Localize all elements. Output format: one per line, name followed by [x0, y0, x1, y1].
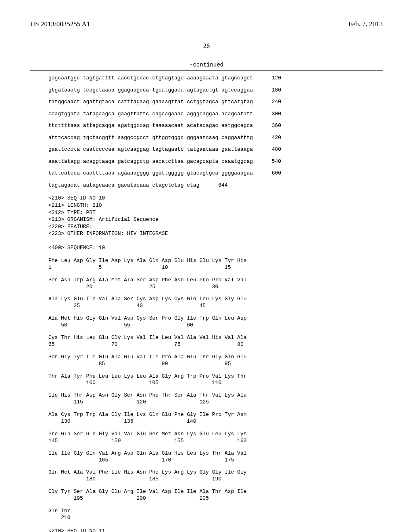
dna-position-number: 300: [261, 110, 281, 118]
protein-row: Ile Ile Gly Gln Val Arg Asp Gln Ala Glu …: [48, 450, 383, 464]
page-header: US 2013/0035255 A1 Feb. 7, 2013: [30, 20, 383, 28]
dna-sequence-text: tattcatcca caattttaaa agaaaagggg ggattgg…: [48, 170, 253, 177]
protein-position-line: 145 150 155 160: [48, 438, 383, 445]
dna-sequence-text: gaattcccta caatccccaa agtcaaggag tagtaga…: [48, 146, 253, 153]
dna-line: gagcaatggc tagtgatttt aacctgccac ctgtagt…: [48, 75, 383, 82]
protein-aa-line: Cys Thr His Leu Glu Gly Lys Val Ile Leu …: [48, 335, 383, 341]
dna-sequence-text: tagtagacat aatagcaaca gacatacaaa ctagctc…: [48, 182, 199, 189]
dna-sequence-text: ccagtggata tatagaagca gaagttattc cagcaga…: [48, 110, 253, 118]
protein-row: Cys Thr His Leu Glu Gly Lys Val Ile Leu …: [48, 335, 383, 348]
protein-row: Ala Lys Glu Ile Val Ala Ser Cys Asp Lys …: [48, 296, 383, 310]
protein-row: Gln Met Ala Val Phe Ile His Asn Phe Lys …: [48, 469, 383, 483]
dna-position-number: 120: [261, 75, 281, 82]
dna-line: aaattatagg acaggtaaga gatcaggctg aacatct…: [48, 158, 383, 165]
protein-position-line: 195 200 205: [48, 495, 383, 502]
page-number: 26: [30, 42, 383, 50]
protein-aa-line: Gln Met Ala Val Phe Ile His Asn Phe Lys …: [48, 469, 383, 476]
continued-label: -continued: [30, 62, 383, 68]
protein-aa-line: Ser Gly Tyr Ile Glu Ala Glu Val Ile Pro …: [48, 354, 383, 361]
protein-row: Ile His Thr Asp Asn Gly Ser Asn Phe Thr …: [48, 392, 383, 406]
protein-row: Ser Gly Tyr Ile Glu Ala Glu Val Ile Pro …: [48, 354, 383, 368]
dna-sequence-text: aaattatagg acaggtaaga gatcaggctg aacatct…: [48, 158, 253, 165]
dna-line: tatggcaact agattgtaca catttagaag gaaaagt…: [48, 98, 383, 106]
protein-position-line: 115 120 125: [48, 399, 383, 406]
dna-sequence-text: tatggcaact agattgtaca catttagaag gaaaagt…: [48, 98, 253, 106]
dna-position-number: 480: [261, 146, 281, 153]
protein-position-line: 100 105 110: [48, 380, 383, 387]
dna-line: tagtagacat aatagcaaca gacatacaaa ctagctc…: [48, 182, 383, 189]
dna-line: ccagtggata tatagaagca gaagttattc cagcaga…: [48, 110, 383, 118]
dna-line: atttcaccag tgctacggtt aaggccgcct gttggtg…: [48, 134, 383, 141]
protein-row: Pro Gln Ser Gln Gly Val Val Glu Ser Met …: [48, 431, 383, 445]
protein-position-line: 180 185 190: [48, 476, 383, 483]
dna-line: ttcttttaaa attagcagga agatggccag taaaaac…: [48, 122, 383, 129]
protein-row: Ala Cys Trp Trp Ala Gly Ile Lys Gln Glu …: [48, 411, 383, 425]
dna-line: gaattcccta caatccccaa agtcaaggag tagtaga…: [48, 146, 383, 153]
protein-position-line: 85 90 95: [48, 361, 383, 368]
dna-sequence-text: gagcaatggc tagtgatttt aacctgccac ctgtagt…: [48, 75, 253, 82]
protein-position-line: 165 170 175: [48, 457, 383, 464]
protein-row: Ser Asn Trp Arg Ala Met Ala Ser Asp Phe …: [48, 277, 383, 291]
publication-number: US 2013/0035255 A1: [30, 20, 90, 28]
divider: [30, 70, 383, 71]
dna-sequence-block: gagcaatggc tagtgatttt aacctgccac ctgtagt…: [48, 75, 383, 189]
dna-sequence-text: atttcaccag tgctacggtt aaggccgcct gttggtg…: [48, 134, 253, 141]
protein-row: Ala Met His Gly Gln Val Asp Cys Ser Pro …: [48, 315, 383, 329]
protein-row: Gly Tyr Ser Ala Gly Glu Arg Ile Val Asp …: [48, 488, 383, 502]
protein-row: Thr Ala Tyr Phe Leu Leu Lys Leu Ala Gly …: [48, 373, 383, 387]
protein-row: Gln Thr 210: [48, 508, 383, 522]
protein-position-line: 20 25 30: [48, 284, 383, 291]
protein-aa-line: Ala Cys Trp Trp Ala Gly Ile Lys Gln Glu …: [48, 411, 383, 418]
protein-aa-line: Phe Leu Asp Gly Ile Asp Lys Ala Gln Asp …: [48, 258, 383, 264]
seq10-meta-block: <210> SEQ ID NO 10 <211> LENGTH: 210 <21…: [48, 195, 383, 251]
protein-aa-line: Ala Lys Glu Ile Val Ala Ser Cys Asp Lys …: [48, 296, 383, 303]
protein-aa-line: Gly Tyr Ser Ala Gly Glu Arg Ile Val Asp …: [48, 488, 383, 495]
protein-aa-line: Ile His Thr Asp Asn Gly Ser Asn Phe Thr …: [48, 392, 383, 399]
protein-aa-line: Ile Ile Gly Gln Val Arg Asp Gln Ala Glu …: [48, 450, 383, 457]
protein-row: Phe Leu Asp Gly Ile Asp Lys Ala Gln Asp …: [48, 258, 383, 271]
protein-aa-line: Ser Asn Trp Arg Ala Met Ala Ser Asp Phe …: [48, 277, 383, 284]
protein-position-line: 50 55 60: [48, 322, 383, 329]
dna-sequence-text: gtgataaatg tcagctaaaa ggagaagcca tgcatgg…: [48, 87, 253, 94]
dna-position-number: 240: [261, 98, 281, 106]
publication-date: Feb. 7, 2013: [348, 20, 383, 28]
protein-position-line: 65 70 75 80: [48, 341, 383, 348]
dna-position-number: 600: [261, 170, 281, 177]
dna-position-number: 644: [207, 182, 227, 189]
protein-sequence-block: Phe Leu Asp Gly Ile Asp Lys Ala Gln Asp …: [48, 258, 383, 522]
dna-line: gtgataaatg tcagctaaaa ggagaagcca tgcatgg…: [48, 87, 383, 94]
dna-position-number: 420: [261, 134, 281, 141]
protein-aa-line: Ala Met His Gly Gln Val Asp Cys Ser Pro …: [48, 315, 383, 322]
dna-sequence-text: ttcttttaaa attagcagga agatggccag taaaaac…: [48, 122, 253, 129]
protein-aa-line: Gln Thr: [48, 508, 383, 515]
protein-position-line: 210: [48, 515, 383, 522]
dna-position-number: 360: [261, 122, 281, 129]
protein-aa-line: Pro Gln Ser Gln Gly Val Val Glu Ser Met …: [48, 431, 383, 438]
protein-position-line: 1 5 10 15: [48, 264, 383, 271]
dna-position-number: 540: [261, 158, 281, 165]
seq11-meta-block: <210> SEQ ID NO 11 <211> LENGTH: 897 <21…: [48, 528, 383, 532]
dna-position-number: 180: [261, 87, 281, 94]
dna-line: tattcatcca caattttaaa agaaaagggg ggattgg…: [48, 170, 383, 177]
protein-position-line: 130 135 140: [48, 418, 383, 425]
protein-position-line: 35 40 45: [48, 303, 383, 310]
protein-aa-line: Thr Ala Tyr Phe Leu Leu Lys Leu Ala Gly …: [48, 373, 383, 380]
